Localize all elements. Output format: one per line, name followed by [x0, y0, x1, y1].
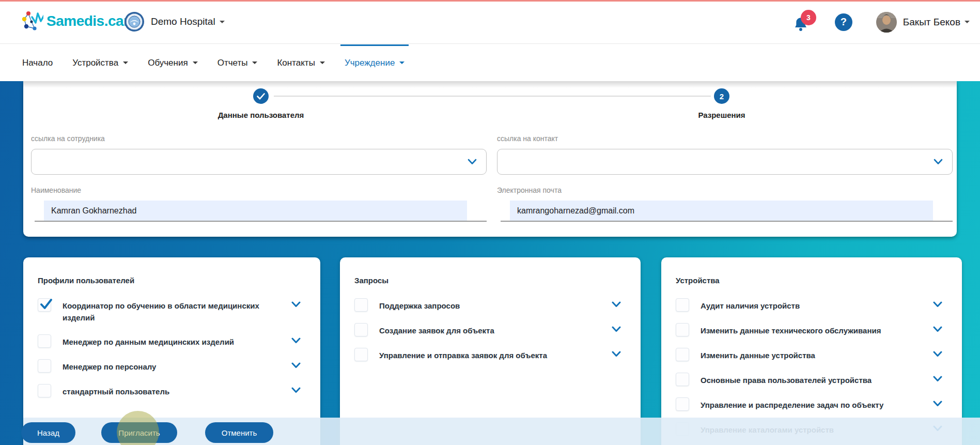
name-label: Наименование: [31, 186, 487, 195]
checkbox[interactable]: [38, 334, 51, 348]
nav-item-contacts[interactable]: Контакты: [277, 44, 324, 81]
perm-label: Изменить данные устройства: [701, 348, 926, 361]
perm-row: Управление и распределение задач по объе…: [676, 397, 942, 412]
perm-label: Создание заявок для объекта: [379, 323, 604, 336]
chevron-down-icon[interactable]: [933, 298, 942, 308]
chevron-down-icon[interactable]: [933, 397, 942, 407]
notifications-button[interactable]: 3: [792, 12, 810, 33]
cancel-button[interactable]: Отменить: [205, 422, 273, 443]
chevron-down-icon: [252, 62, 257, 64]
perm-label: Основные права пользователей устройства: [701, 373, 926, 386]
perm-label: Менеджер по данным медицинских изделий: [63, 334, 284, 348]
chevron-down-icon[interactable]: [933, 373, 942, 382]
perm-label: Поддержка запросов: [379, 298, 604, 312]
perm-row: Поддержка запросов: [354, 298, 621, 313]
perm-label: Аудит наличия устройств: [701, 298, 926, 312]
check-icon: [257, 93, 265, 100]
perm-label: Управление и отправка заявок для объекта: [379, 348, 604, 361]
email-label: Электронная почта: [497, 186, 953, 195]
hospital-emblem-icon: [124, 11, 145, 32]
nav-item-reports[interactable]: Отчеты: [217, 44, 258, 81]
perm-row: стандартный пользователь: [38, 384, 301, 398]
chevron-down-icon: [193, 62, 198, 64]
user-menu[interactable]: Бакыт Беков: [876, 12, 970, 33]
contact-link-label: ссылка на контакт: [497, 134, 953, 144]
input-underline: [501, 221, 953, 222]
chevron-down-icon: [468, 159, 477, 165]
card-user-profiles: Профили пользователей Координатор по обу…: [23, 257, 320, 445]
org-name: Demo Hospital: [151, 16, 215, 27]
checkbox[interactable]: [676, 298, 689, 312]
org-switcher[interactable]: Demo Hospital: [124, 11, 225, 32]
card-devices: Устройства Аудит наличия устройств Измен…: [661, 257, 962, 445]
chevron-down-icon[interactable]: [612, 298, 621, 308]
step-2-label: Разрешения: [634, 111, 810, 119]
step-1-complete[interactable]: [253, 88, 269, 104]
checkbox[interactable]: [676, 373, 689, 386]
user-data-card: 2 Данные пользователя Разрешения ссылка …: [23, 81, 957, 237]
chevron-down-icon: [320, 62, 325, 64]
brand[interactable]: Samedis.care: [20, 9, 137, 33]
nav-item-institution[interactable]: Учреждение: [345, 44, 405, 81]
chevron-down-icon[interactable]: [291, 298, 301, 308]
checkbox[interactable]: [38, 384, 51, 397]
card-title: Запросы: [354, 276, 621, 285]
chevron-down-icon: [220, 21, 225, 23]
brand-wordmark: Samedis.care: [46, 13, 137, 29]
chevron-down-icon[interactable]: [933, 348, 942, 357]
chevron-down-icon[interactable]: [612, 323, 621, 332]
chevron-down-icon[interactable]: [612, 348, 621, 357]
chevron-down-icon[interactable]: [933, 323, 942, 332]
footer-action-bar: Назад Пригласить Отменить: [23, 418, 980, 445]
employee-link-label: ссылка на сотрудника: [31, 134, 487, 144]
perm-label: Менеджер по персоналу: [63, 359, 284, 373]
perm-row: Создание заявок для объекта: [354, 323, 621, 337]
back-button[interactable]: Назад: [21, 422, 75, 443]
chevron-down-icon: [965, 21, 970, 23]
checkbox[interactable]: [354, 323, 368, 336]
checkbox[interactable]: [354, 348, 368, 361]
checkbox[interactable]: [676, 397, 689, 411]
perm-row: Основные права пользователей устройства: [676, 373, 942, 387]
card-title: Устройства: [676, 276, 942, 285]
notification-badge: 3: [801, 10, 816, 25]
perm-label: Координатор по обучению в области медици…: [63, 298, 284, 324]
checkbox-checked[interactable]: [38, 298, 51, 312]
perm-row: Координатор по обучению в области медици…: [38, 298, 301, 324]
perm-label: стандартный пользователь: [63, 384, 284, 397]
contact-link-select[interactable]: [497, 149, 953, 175]
help-button[interactable]: ?: [835, 13, 852, 31]
step-2[interactable]: 2: [714, 88, 729, 104]
name-field-wrap: [31, 201, 487, 222]
main-nav: Начало Устройства Обучения Отчеты Контак…: [0, 44, 980, 81]
chevron-down-icon[interactable]: [291, 359, 301, 369]
card-title: Профили пользователей: [38, 276, 301, 285]
email-field-wrap: [497, 201, 953, 222]
card-requests: Запросы Поддержка запросов Создание заяв…: [340, 257, 641, 445]
nav-item-home[interactable]: Начало: [22, 44, 53, 81]
nav-item-trainings[interactable]: Обучения: [148, 44, 198, 81]
checkbox[interactable]: [354, 298, 368, 312]
chevron-down-icon[interactable]: [291, 334, 301, 344]
checkbox[interactable]: [676, 348, 689, 361]
email-input[interactable]: [510, 201, 933, 221]
chevron-down-icon: [399, 62, 405, 64]
checkbox[interactable]: [38, 359, 51, 373]
chevron-down-icon[interactable]: [291, 384, 301, 393]
page-background: 2 Данные пользователя Разрешения ссылка …: [0, 81, 980, 445]
checkbox[interactable]: [676, 323, 689, 336]
perm-row: Управление и отправка заявок для объекта: [354, 348, 621, 362]
user-name: Бакыт Беков: [903, 17, 960, 28]
input-underline: [35, 221, 487, 222]
name-input[interactable]: [44, 201, 467, 221]
step-1-label: Данные пользователя: [173, 111, 349, 119]
perm-row: Изменить данные технического обслуживани…: [676, 323, 942, 337]
employee-link-select[interactable]: [31, 149, 487, 175]
invite-button[interactable]: Пригласить: [101, 422, 177, 443]
app-header: Samedis.care Demo Hospital 3: [0, 0, 980, 44]
perm-label: Управление и распределение задач по объе…: [701, 397, 926, 411]
nav-item-devices[interactable]: Устройства: [72, 44, 128, 81]
chevron-down-icon: [123, 62, 128, 64]
question-icon: ?: [841, 16, 847, 28]
perm-label: Изменить данные технического обслуживани…: [701, 323, 926, 336]
